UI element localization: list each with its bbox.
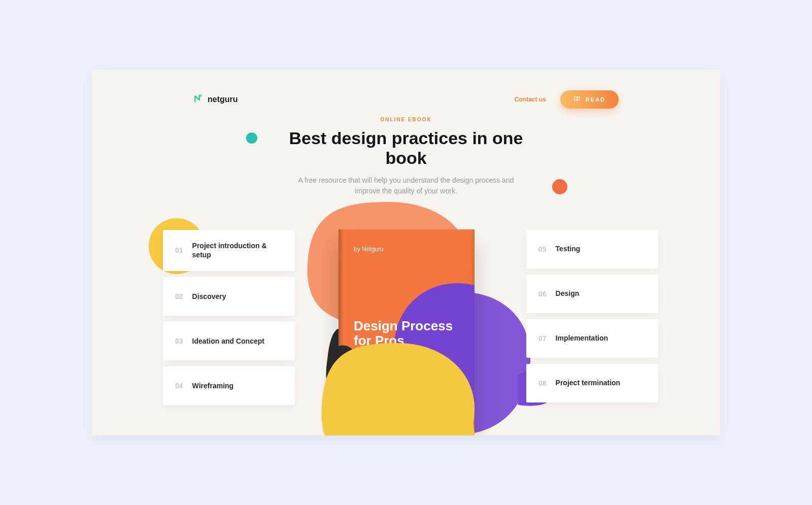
chapter-number: 08 <box>538 379 547 387</box>
brand-logo-icon <box>193 93 204 106</box>
chapter-label: Design <box>556 289 580 298</box>
chapter-label: Project introduction & setup <box>192 241 283 260</box>
top-nav: netguru Contact us READ <box>193 90 619 109</box>
hero-subhead: A free resource that will help you under… <box>297 175 515 196</box>
chapter-number: 03 <box>175 337 183 345</box>
chapter-card-08[interactable]: 08 Project termination <box>526 364 658 402</box>
chapter-label: Ideation and Concept <box>192 336 264 346</box>
hero-eyebrow: ONLINE EBOOK <box>92 117 720 122</box>
chapter-number: 07 <box>538 334 547 343</box>
chapter-label: Project termination <box>556 378 621 388</box>
hero-headline: Best design practices in one book <box>274 128 538 168</box>
chapter-card-07[interactable]: 07 Implementation <box>526 319 658 358</box>
chapter-number: 06 <box>538 290 547 298</box>
brand-logo[interactable]: netguru <box>193 93 238 106</box>
chapter-label: Discovery <box>192 292 226 301</box>
chapter-label: Implementation <box>556 333 608 343</box>
decorative-dot-orange <box>552 179 567 194</box>
book-icon <box>573 95 581 104</box>
contact-link[interactable]: Contact us <box>515 96 546 103</box>
brand-name: netguru <box>208 95 238 104</box>
chapters-left: 01 Project introduction & setup 02 Disco… <box>163 230 295 406</box>
chapter-label: Testing <box>556 244 581 254</box>
read-button-label: READ <box>586 96 605 103</box>
chapter-card-03[interactable]: 03 Ideation and Concept <box>163 322 295 360</box>
chapter-number: 01 <box>175 246 183 254</box>
chapters-right: 05 Testing 06 Design 07 Implementation 0… <box>526 230 658 402</box>
chapter-number: 02 <box>175 292 183 300</box>
chapter-card-04[interactable]: 04 Wireframing <box>163 366 295 405</box>
chapter-card-02[interactable]: 02 Discovery <box>163 277 295 316</box>
decorative-blob-yellow <box>317 343 480 435</box>
chapter-number: 05 <box>538 245 547 253</box>
chapter-label: Wireframing <box>192 381 234 391</box>
book-byline: by Netguru <box>354 246 384 253</box>
decorative-dot-teal <box>246 132 257 144</box>
page-frame: netguru Contact us READ ONLINE EBOOK Bes… <box>92 70 720 435</box>
book-stage: by Netguru Design Process for Pros A com… <box>297 212 515 435</box>
chapter-number: 04 <box>175 382 183 390</box>
chapter-card-01[interactable]: 01 Project introduction & setup <box>163 230 295 272</box>
chapter-card-06[interactable]: 06 Design <box>526 275 658 313</box>
read-button[interactable]: READ <box>560 90 619 109</box>
chapter-card-05[interactable]: 05 Testing <box>526 230 658 268</box>
nav-right: Contact us READ <box>515 90 619 109</box>
